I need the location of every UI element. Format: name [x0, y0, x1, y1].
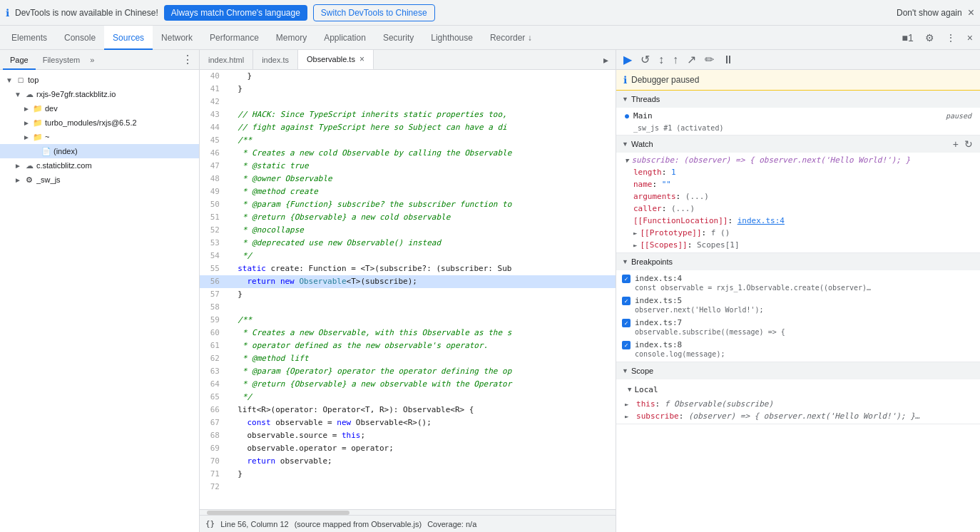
dont-show-button[interactable]: Don't show again: [897, 8, 962, 18]
code-line-46: 46 * Creates a new cold Observable by ca…: [200, 147, 616, 160]
tree-item-tilde[interactable]: ► 📁 ~: [0, 130, 199, 144]
editor-tab-observable[interactable]: Observable.ts ×: [298, 50, 374, 70]
main-thread[interactable]: ● Main paused: [616, 109, 980, 123]
source-map-text: (source mapped from Observable.js): [295, 520, 422, 528]
more-options-button[interactable]: ⋮: [941, 29, 960, 46]
refresh-watch-button[interactable]: ↻: [963, 139, 974, 149]
code-line-64: 64 * @return {Observable} a new observab…: [200, 378, 616, 391]
close-devtools-button[interactable]: ×: [963, 29, 977, 46]
cloud-icon: ☁: [24, 90, 34, 99]
tree-item-rxjs[interactable]: ▼ ☁ rxjs-9e7gfr.stackblitz.io: [0, 87, 199, 101]
devtools-counter[interactable]: ■1: [898, 29, 918, 46]
panel-options-button[interactable]: ⋮: [179, 50, 196, 70]
bp-location-2: index.ts:5: [635, 296, 682, 305]
file-tree-panel: Page Filesystem » ⋮ ▼ □ top ▼ ☁ rxjs-9e7…: [0, 50, 200, 532]
coverage-text: Coverage: n/a: [427, 520, 476, 528]
tab-page[interactable]: Page: [3, 50, 36, 70]
breakpoint-item-4: ✓ index.ts:8 console.log(message);: [616, 338, 980, 360]
bp-checkbox-4[interactable]: ✓: [622, 341, 631, 349]
code-line-66: 66 lift<R>(operator: Operator<T, R>): Ob…: [200, 404, 616, 416]
tab-elements[interactable]: Elements: [3, 26, 56, 50]
scope-item-this[interactable]: ► this: f Observable(subscribe): [616, 398, 980, 410]
code-line-47: 47 * @static true: [200, 160, 616, 173]
horizontal-scrollbar[interactable]: [200, 509, 616, 515]
always-match-button[interactable]: Always match Chrome's language: [164, 5, 307, 21]
watch-sub-functionlocation: [[FunctionLocation]]: index.ts:4: [616, 215, 980, 227]
code-line-60: 60 * Creates a new Observable, with this…: [200, 327, 616, 339]
bp-checkbox-2[interactable]: ✓: [622, 297, 631, 305]
bp-location-3: index.ts:7: [635, 318, 682, 327]
settings-button[interactable]: ⚙: [921, 29, 939, 46]
code-line-63: 63 * @param {Operator} operator the oper…: [200, 365, 616, 378]
tab-sources[interactable]: Sources: [104, 26, 153, 50]
expand-icon[interactable]: ►: [633, 230, 637, 237]
switch-chinese-button[interactable]: Switch DevTools to Chinese: [313, 4, 435, 21]
tree-item-index[interactable]: 📄 (index): [0, 144, 199, 158]
threads-header[interactable]: ▼ Threads: [616, 91, 980, 108]
code-line-48: 48 * @owner Observable: [200, 173, 616, 185]
bp-code-1: const observable = rxjs_1.Observable.cre…: [622, 284, 974, 292]
scope-title: Scope: [631, 367, 974, 375]
watch-item-subscribe[interactable]: ▼subscribe: (observer) => { observer.nex…: [616, 154, 980, 166]
watch-sub-prototype[interactable]: ►[[Prototype]]: f (): [616, 227, 980, 239]
tab-filesystem[interactable]: Filesystem: [36, 50, 88, 70]
tab-memory[interactable]: Memory: [267, 26, 315, 50]
watch-sub-scopes[interactable]: ►[[Scopes]]: Scopes[1]: [616, 239, 980, 251]
code-line-53: 53 * @deprecated use new Observable() in…: [200, 237, 616, 250]
thread-arrow-icon: ●: [625, 112, 629, 120]
breakpoints-content: ✓ index.ts:4 const observable = rxjs_1.O…: [616, 270, 980, 362]
tab-network[interactable]: Network: [153, 26, 201, 50]
tree-item-turbo[interactable]: ► 📁 turbo_modules/rxjs@6.5.2: [0, 116, 199, 130]
tab-console[interactable]: Console: [56, 26, 104, 50]
tree-label: dev: [45, 104, 196, 113]
bp-checkbox-1[interactable]: ✓: [622, 275, 631, 283]
bp-checkbox-3[interactable]: ✓: [622, 319, 631, 327]
tree-item-sw[interactable]: ► ⚙ _sw_js: [0, 173, 199, 187]
expand-icon[interactable]: ►: [633, 242, 637, 249]
local-scope-header[interactable]: ▼ Local: [616, 381, 980, 398]
breakpoints-header[interactable]: ▼ Breakpoints: [616, 253, 980, 270]
function-location-link[interactable]: index.ts:4: [737, 216, 785, 225]
code-line-69: 69 observable.operator = operator;: [200, 442, 616, 455]
editor-tab-indexhtml[interactable]: index.html: [200, 50, 253, 70]
step-over-button[interactable]: ↺: [638, 53, 653, 67]
expand-icon[interactable]: ►: [625, 401, 628, 408]
editor-nav-button[interactable]: ▸: [599, 51, 613, 68]
step-into-button[interactable]: ↕: [655, 53, 667, 67]
tab-recorder[interactable]: Recorder ↓: [481, 26, 541, 50]
expand-icon[interactable]: ►: [625, 413, 628, 420]
status-bar: {} Line 56, Column 12 (source mapped fro…: [200, 515, 616, 532]
tab-security[interactable]: Security: [374, 26, 422, 50]
bp-code-3: observable.subscribe((message) => {: [622, 328, 974, 336]
tree-item-cstatic[interactable]: ► ☁ c.staticblitz.com: [0, 158, 199, 173]
step-out-button[interactable]: ↑: [670, 53, 681, 67]
tree-arrow: ►: [22, 133, 31, 141]
watch-header[interactable]: ▼ Watch + ↻: [616, 135, 980, 153]
expand-icon[interactable]: ▼: [625, 157, 628, 164]
tree-label: (index): [53, 147, 196, 155]
collapse-icon: ▼: [622, 258, 628, 265]
tree-item-dev[interactable]: ► 📁 dev: [0, 101, 199, 116]
pause-on-exceptions-button[interactable]: ⏸: [720, 53, 737, 67]
tree-item-top[interactable]: ▼ □ top: [0, 73, 199, 87]
tab-application[interactable]: Application: [315, 26, 374, 50]
watch-section: ▼ Watch + ↻ ▼subscribe: (observer) => { …: [616, 135, 980, 253]
breakpoint-item-3: ✓ index.ts:7 observable.subscribe((messa…: [616, 316, 980, 338]
scope-item-subscribe[interactable]: ► subscribe: (observer) => { observer.ne…: [616, 410, 980, 422]
resume-button[interactable]: ▶: [621, 53, 635, 67]
scope-header[interactable]: ▼ Scope: [616, 362, 980, 379]
tab-lighthouse[interactable]: Lighthouse: [422, 26, 481, 50]
notif-close-button[interactable]: ×: [968, 6, 974, 19]
sw-thread: _sw_js #1 (activated): [616, 123, 980, 133]
tab-performance[interactable]: Performance: [201, 26, 267, 50]
editor-tab-indexts[interactable]: index.ts: [253, 50, 298, 70]
tab-close-icon[interactable]: ×: [359, 50, 364, 69]
code-line-68: 68 observable.source = this;: [200, 429, 616, 442]
code-line-57: 57 }: [200, 288, 616, 301]
deactivate-button[interactable]: ✏: [702, 53, 717, 67]
tab-more[interactable]: »: [87, 56, 97, 64]
add-watch-button[interactable]: +: [951, 139, 960, 149]
panel-tabs: Page Filesystem » ⋮: [0, 50, 199, 70]
step-button[interactable]: ↗: [684, 53, 699, 67]
code-editor[interactable]: 40 } 41 } 42 43 // HACK: Since TypeScrip: [200, 70, 616, 509]
